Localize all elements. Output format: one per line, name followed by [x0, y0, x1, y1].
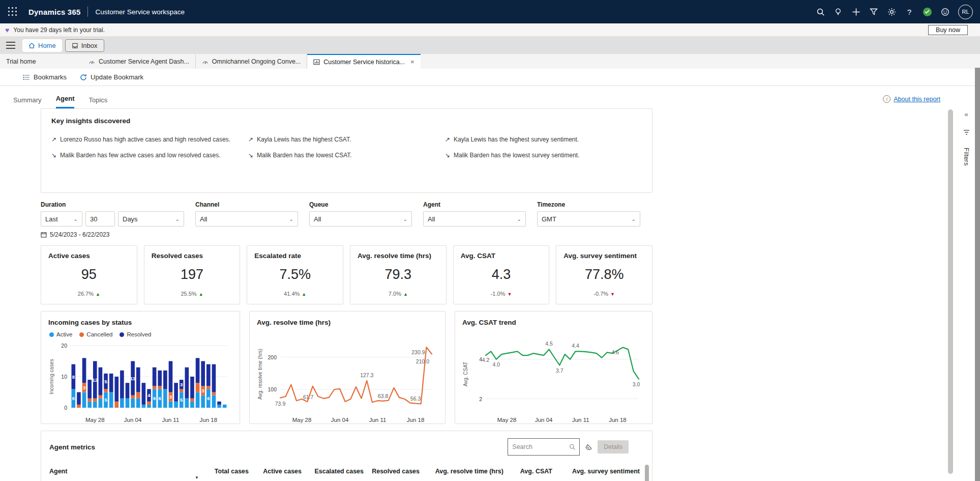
feedback-smiley-icon[interactable] — [938, 5, 952, 18]
svg-text:73.9: 73.9 — [275, 401, 286, 407]
kpi-card: Avg. resolve time (hrs)79.37.0%▲ — [350, 245, 447, 304]
window-scrollbar[interactable] — [975, 68, 980, 481]
kpi-label: Avg. resolve time (hrs) — [358, 252, 439, 260]
column-header-active-cases[interactable]: Active cases — [249, 468, 302, 475]
timezone-dropdown[interactable]: GMT⌄ — [537, 211, 640, 227]
agent-dropdown[interactable]: All⌄ — [423, 211, 526, 227]
column-header-avg-csat[interactable]: Avg. CSAT — [503, 468, 552, 475]
legend-item-resolved[interactable]: Resolved — [120, 331, 151, 337]
svg-text:3: 3 — [202, 388, 204, 393]
tab-home-label: Home — [38, 42, 56, 49]
search-icon — [569, 443, 576, 450]
svg-text:210.0: 210.0 — [416, 358, 429, 364]
page-tab-4[interactable]: Customer Service historica...× — [307, 54, 420, 69]
charts-row: Incoming cases by status ActiveCancelled… — [41, 311, 652, 424]
report-tab-strip: SummaryAgentTopics — [0, 86, 980, 108]
svg-text:11: 11 — [130, 376, 136, 381]
filter-timezone-label: Timezone — [537, 201, 640, 208]
page-scrollbar[interactable] — [948, 109, 953, 474]
incoming-cases-stacked-bar-chart[interactable]: 0102068312551146635336May 28Jun 04Jun 11… — [48, 337, 231, 424]
buy-now-button[interactable]: Buy now — [928, 25, 968, 35]
duration-unit-dropdown[interactable]: Days⌄ — [118, 211, 184, 227]
site-nav-row: Home Inbox — [0, 37, 980, 54]
filter-icon[interactable] — [867, 5, 880, 18]
trend-down-icon: ↘ — [51, 152, 56, 159]
legend-item-active[interactable]: Active — [49, 331, 72, 337]
svg-text:56.3: 56.3 — [410, 395, 421, 402]
chart-title: Avg. resolve time (hrs) — [257, 319, 438, 326]
table-scrollbar[interactable] — [645, 465, 649, 481]
eraser-icon[interactable] — [585, 443, 592, 450]
update-bookmark-button[interactable]: Update Bookmark — [80, 73, 143, 81]
app-name[interactable]: Customer Service workspace — [95, 8, 185, 16]
duration-value-input[interactable]: 30 — [85, 211, 115, 227]
column-header-avg-survey-sentiment[interactable]: Avg. survey sentiment — [552, 468, 640, 475]
report-tab-summary[interactable]: Summary — [13, 96, 42, 108]
insights-column: ↗Kayla Lewis has the highest survey sent… — [445, 136, 642, 159]
column-header-resolved-cases[interactable]: Resolved cases — [364, 468, 420, 475]
presence-check-icon[interactable] — [920, 5, 934, 18]
duration-mode-dropdown[interactable]: Last⌄ — [41, 211, 82, 227]
agent-search-input[interactable] — [512, 443, 569, 450]
details-button[interactable]: Details — [598, 440, 629, 454]
page-tab-1[interactable]: Trial home — [0, 54, 82, 69]
svg-text:6: 6 — [153, 395, 156, 401]
expand-filters-icon[interactable]: « — [964, 110, 968, 118]
page-tab-2[interactable]: Customer Service Agent Dash... — [82, 54, 196, 69]
key-insights-card: Key insights discovered ↗Lorenzo Russo h… — [41, 108, 652, 193]
about-this-report[interactable]: i About this report — [883, 95, 940, 103]
resolve-time-line-chart[interactable]: 10020073.961.7127.363.856.3230.9210.0May… — [257, 330, 437, 425]
svg-text:4.4: 4.4 — [572, 343, 579, 349]
column-header-escalated-cases[interactable]: Escalated cases — [302, 468, 364, 475]
update-bookmark-label: Update Bookmark — [91, 73, 143, 81]
page-tab-3[interactable]: Omnichannel Ongoing Conve... — [196, 54, 307, 69]
report-tab-topics[interactable]: Topics — [88, 96, 107, 108]
bookmarks-button[interactable]: Bookmarks — [23, 73, 67, 81]
report-tab-agent[interactable]: Agent — [56, 95, 75, 108]
channel-dropdown[interactable]: All⌄ — [195, 211, 298, 227]
legend-item-cancelled[interactable]: Cancelled — [79, 331, 112, 337]
about-report-link[interactable]: About this report — [894, 96, 940, 103]
legend-label: Resolved — [127, 331, 151, 337]
tab-home[interactable]: Home — [22, 39, 62, 52]
page-tab-label: Customer Service historica... — [323, 59, 405, 66]
home-icon — [28, 42, 35, 49]
column-header-total-cases[interactable]: Total cases — [202, 468, 249, 475]
trend-down-icon: ↘ — [248, 152, 253, 159]
csat-trend-chart-card: Avg. CSAT trend 244.24.04.53.74.44.63.0M… — [455, 311, 652, 424]
sort-descending-icon[interactable]: ▼ — [195, 475, 199, 480]
session-tab-strip: Trial homeCustomer Service Agent Dash...… — [0, 54, 980, 69]
column-header-agent[interactable]: Agent▼ — [49, 468, 202, 475]
plus-icon[interactable] — [849, 5, 863, 18]
report-page: SummaryAgentTopics i About this report K… — [0, 86, 980, 481]
kpi-card: Resolved cases19725.5%▲ — [144, 245, 241, 304]
queue-dropdown[interactable]: All⌄ — [309, 211, 412, 227]
insight-item: ↘Malik Barden has the lowest CSAT. — [248, 152, 445, 159]
close-tab-icon[interactable]: × — [410, 58, 414, 66]
settings-icon[interactable] — [885, 5, 898, 18]
tab-inbox[interactable]: Inbox — [65, 39, 104, 52]
help-icon[interactable]: ? — [903, 5, 916, 18]
kpi-delta: -1.0%▼ — [461, 291, 542, 297]
svg-text:3: 3 — [180, 382, 183, 387]
agent-search-box[interactable] — [508, 438, 580, 456]
svg-text:4.6: 4.6 — [612, 349, 619, 355]
hamburger-menu-icon[interactable] — [4, 40, 17, 50]
filter-queue: Queue All⌄ — [309, 201, 412, 227]
incoming-cases-chart-card: Incoming cases by status ActiveCancelled… — [41, 311, 240, 424]
insight-text: Malik Barden has the lowest CSAT. — [257, 152, 352, 159]
svg-text:Avg. resolve time (hrs): Avg. resolve time (hrs) — [257, 349, 263, 400]
svg-text:2: 2 — [479, 396, 482, 402]
column-header-avg-resolve-time-hrs-[interactable]: Avg. resolve time (hrs) — [420, 468, 503, 475]
app-launcher-icon[interactable] — [5, 4, 20, 19]
svg-text:6: 6 — [72, 395, 75, 401]
delta-up-icon: ▲ — [403, 292, 408, 297]
search-icon[interactable] — [814, 5, 827, 18]
svg-text:Jun 11: Jun 11 — [369, 417, 387, 423]
csat-trend-line-chart[interactable]: 244.24.04.53.74.44.63.0May 28Jun 04Jun 1… — [462, 330, 644, 425]
filters-pane-collapsed[interactable]: « Filters — [958, 101, 974, 481]
user-avatar[interactable]: RL — [958, 5, 973, 19]
lightbulb-icon[interactable] — [831, 5, 845, 18]
svg-text:4.5: 4.5 — [545, 341, 553, 347]
trial-message: You have 29 days left in your trial. — [13, 26, 105, 34]
